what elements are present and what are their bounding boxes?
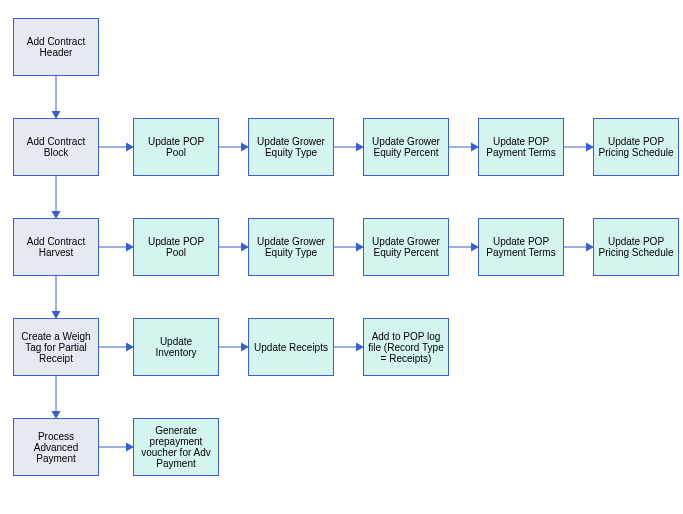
node-add-contract-header: Add Contract Header [13,18,99,76]
node-update-grower-equity-type-block: Update Grower Equity Type [248,118,334,176]
node-create-weigh-tag: Create a Weigh Tag for Partial Receipt [13,318,99,376]
node-process-adv-payment: Process Advanced Payment [13,418,99,476]
node-update-grower-equity-type-harvest: Update Grower Equity Type [248,218,334,276]
node-update-pop-pool-harvest: Update POP Pool [133,218,219,276]
node-add-to-pop-log: Add to POP log file (Record Type = Recei… [363,318,449,376]
node-update-pop-pool-block: Update POP Pool [133,118,219,176]
node-update-pop-pricing-schedule-harvest: Update POP Pricing Schedule [593,218,679,276]
node-update-inventory: Update Inventory [133,318,219,376]
node-update-pop-payment-terms-harvest: Update POP Payment Terms [478,218,564,276]
node-update-pop-payment-terms-block: Update POP Payment Terms [478,118,564,176]
node-update-receipts: Update Receipts [248,318,334,376]
node-add-contract-block: Add Contract Block [13,118,99,176]
node-generate-prepayment: Generate prepayment voucher for Adv Paym… [133,418,219,476]
flow-arrows [0,0,683,514]
node-update-grower-equity-percent-harvest: Update Grower Equity Percent [363,218,449,276]
node-update-grower-equity-percent-block: Update Grower Equity Percent [363,118,449,176]
node-update-pop-pricing-schedule-block: Update POP Pricing Schedule [593,118,679,176]
node-add-contract-harvest: Add Contract Harvest [13,218,99,276]
